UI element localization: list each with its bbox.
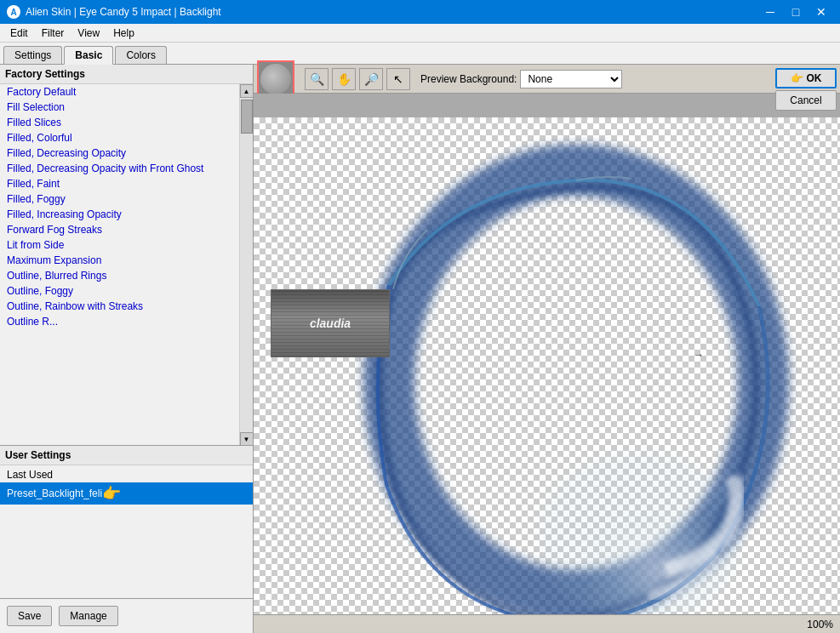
preview-bg-select[interactable]: None Black White Custom [520,70,622,88]
main-layout: Factory Settings Factory Default Fill Se… [0,65,840,633]
hand-ok-icon: 👉 [791,72,803,84]
list-item[interactable]: Maximum Expansion [0,253,239,268]
preview-area: claudia → [254,94,840,614]
preview-gray-bar [254,94,840,117]
window-title: Alien Skin | Eye Candy 5 Impact | Backli… [26,6,221,18]
last-used-label: Last Used [0,467,253,482]
tab-basic[interactable]: Basic [64,46,113,65]
minimize-button[interactable]: ─ [758,3,782,21]
presets-section: Factory Settings Factory Default Fill Se… [0,65,253,446]
save-button[interactable]: Save [7,606,52,626]
window-controls: ─ □ ✕ [758,3,833,21]
scroll-thumb[interactable] [241,100,253,134]
scroll-down-arrow[interactable]: ▼ [240,432,254,446]
user-settings-section: User Settings Last Used Preset_Backlight… [0,446,253,599]
presets-list-container: Factory Default Fill Selection Filled Sl… [0,84,253,446]
selected-preset[interactable]: Preset_Backlight_feli 👉 [0,482,253,505]
list-item[interactable]: Filled, Faint [0,176,239,191]
preview-cursor: → [694,349,704,361]
left-panel: Factory Settings Factory Default Fill Se… [0,65,254,633]
list-item[interactable]: Filled, Increasing Opacity [0,207,239,222]
list-item[interactable]: Outline, Foggy [0,283,239,299]
presets-scrollbar[interactable]: ▲ ▼ [239,84,253,446]
user-settings-header: User Settings [0,446,253,465]
tab-colors[interactable]: Colors [115,46,167,64]
list-item[interactable]: Forward Fog Streaks [0,222,239,237]
title-bar: A Alien Skin | Eye Candy 5 Impact | Back… [0,0,840,24]
maximize-button[interactable]: □ [784,3,808,21]
thumb-circle [260,64,291,94]
list-item[interactable]: Filled, Decreasing Opacity [0,145,239,161]
right-panel: 👉 OK Cancel 🔍 ✋ 🔎 ↖ Pr [254,65,840,633]
menu-view[interactable]: View [71,26,106,41]
manage-button[interactable]: Manage [59,606,117,626]
list-item[interactable]: Outline R... [0,314,239,329]
hand-pointer-icon: 👉 [102,484,121,503]
toolbar-strip: 🔍 ✋ 🔎 ↖ Preview Background: None Black W… [254,65,840,94]
menu-filter[interactable]: Filter [35,26,71,41]
svg-point-1 [538,451,742,614]
app-icon: A [7,5,20,19]
list-item[interactable]: Outline, Blurred Rings [0,268,239,283]
action-buttons: 👉 OK Cancel [772,65,840,114]
magnify-icon: 🔎 [364,72,379,86]
zoom-level: 100% [807,619,833,630]
zoom-out-tool[interactable]: 🔍 [305,68,329,90]
zoom-in-tool[interactable]: 🔎 [359,68,383,90]
list-item[interactable]: Filled, Colorful [0,130,239,145]
list-item[interactable]: Filled, Decreasing Opacity with Front Gh… [0,161,239,176]
list-item[interactable]: Factory Default [0,84,239,100]
list-item[interactable]: Filled, Foggy [0,191,239,207]
ok-button[interactable]: 👉 OK [775,68,837,88]
presets-header: Factory Settings [0,65,253,84]
arrow-select-icon: ↖ [393,72,403,86]
status-bar: 100% [254,614,840,633]
hand-tool[interactable]: ✋ [332,68,356,90]
menu-help[interactable]: Help [106,26,141,41]
scroll-up-arrow[interactable]: ▲ [240,84,254,98]
list-item[interactable]: Outline, Rainbow with Streaks [0,299,239,314]
backlight-ring-effect [325,119,819,614]
hand-icon: ✋ [337,72,351,86]
presets-list: Factory Default Fill Selection Filled Sl… [0,84,239,446]
list-item[interactable]: Filled Slices [0,115,239,130]
user-settings-list: Last Used Preset_Backlight_feli 👉 [0,465,253,506]
list-item[interactable]: Lit from Side [0,237,239,253]
panel-buttons: Save Manage [0,599,253,633]
menu-bar: Edit Filter View Help [0,24,840,43]
tab-bar: Settings Basic Colors [0,43,840,65]
select-tool[interactable]: ↖ [386,68,410,90]
close-button[interactable]: ✕ [809,3,833,21]
list-item[interactable]: Fill Selection [0,100,239,115]
preview-thumbnail [257,60,294,98]
preview-bg-label: Preview Background: [420,73,517,85]
zoom-icon: 🔍 [310,72,324,86]
logo-overlay: claudia [271,289,390,357]
cancel-button[interactable]: Cancel [775,90,837,111]
menu-edit[interactable]: Edit [3,26,35,41]
tab-settings[interactable]: Settings [3,46,62,64]
